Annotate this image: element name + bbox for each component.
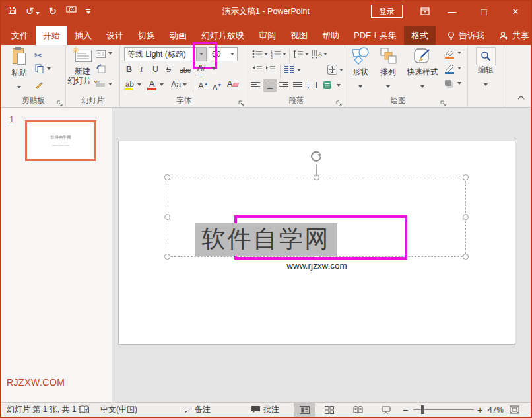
login-button[interactable]: 登录	[371, 5, 403, 18]
cut-icon[interactable]: ✂	[34, 50, 42, 61]
tab-view[interactable]: 视图	[283, 26, 315, 45]
change-case-button[interactable]: Aa	[171, 80, 181, 89]
tab-transitions[interactable]: 切换	[131, 26, 162, 45]
tab-format[interactable]: 格式	[404, 26, 436, 45]
clear-strike-button[interactable]: abc	[180, 65, 191, 75]
rotation-handle-icon[interactable]	[309, 149, 323, 164]
format-painter-icon[interactable]	[34, 80, 44, 90]
font-name-input[interactable]: 等线 Light (标题)	[124, 47, 197, 61]
zoom-out-button[interactable]: −	[403, 403, 408, 417]
start-slideshow-icon[interactable]	[66, 6, 77, 17]
ribbon-display-options-icon[interactable]	[414, 1, 436, 21]
layout-icon[interactable]	[96, 50, 106, 58]
shape-fill-dropdown[interactable]	[457, 52, 461, 54]
text-highlight-button[interactable]: ab	[125, 79, 134, 88]
zoom-slider-thumb[interactable]	[421, 405, 424, 414]
fit-slide-to-window-icon[interactable]	[510, 403, 519, 417]
numbering-dropdown[interactable]	[283, 53, 286, 55]
shape-effects-dropdown[interactable]	[457, 82, 461, 85]
handle-mid-left[interactable]	[164, 214, 170, 220]
clear-formatting-button[interactable]: A	[227, 79, 238, 88]
align-right-icon[interactable]	[279, 81, 289, 89]
character-spacing-dropdown[interactable]	[212, 67, 216, 70]
view-slide-sorter-button[interactable]	[319, 403, 340, 417]
view-normal-button[interactable]	[294, 403, 315, 417]
decrease-indent-icon[interactable]	[252, 65, 263, 73]
grow-font-button[interactable]: A▲	[198, 79, 209, 90]
numbering-icon[interactable]: 123	[271, 50, 281, 59]
tab-tell-me[interactable]: 告诉我	[440, 26, 492, 45]
maximize-button[interactable]: □	[473, 1, 495, 21]
clipboard-dialog-launcher[interactable]	[57, 98, 63, 104]
font-dialog-launcher[interactable]	[238, 98, 245, 104]
notes-button[interactable]: 备注	[195, 403, 211, 417]
tab-home[interactable]: 开始	[36, 26, 67, 45]
convert-smartart-dropdown[interactable]	[337, 84, 341, 87]
close-button[interactable]: ✕	[504, 1, 527, 21]
redo-icon[interactable]: ↻	[49, 5, 57, 17]
text-highlight-dropdown[interactable]	[137, 83, 141, 86]
tab-help[interactable]: 帮助	[315, 26, 347, 45]
distribute-text-icon[interactable]	[307, 81, 317, 89]
zoom-in-button[interactable]: +	[477, 403, 482, 417]
font-color-dropdown[interactable]	[160, 83, 164, 86]
convert-smartart-icon[interactable]	[322, 81, 333, 90]
editing-button[interactable]: 编辑	[472, 47, 500, 88]
undo-icon[interactable]: ↺	[26, 5, 40, 17]
columns-dropdown[interactable]	[297, 69, 301, 71]
text-direction-dropdown[interactable]	[323, 53, 327, 55]
reset-slide-icon[interactable]	[96, 64, 106, 73]
collapse-ribbon-icon[interactable]	[517, 95, 525, 100]
strikethrough-button[interactable]: S	[166, 65, 171, 74]
tab-animations[interactable]: 动画	[162, 26, 194, 45]
save-icon[interactable]	[8, 6, 17, 17]
slide-title-text[interactable]: 软件自学网	[1, 223, 531, 256]
shape-outline-dropdown[interactable]	[457, 67, 461, 69]
handle-mid-right[interactable]	[463, 214, 469, 220]
paste-button[interactable]: 粘贴	[5, 47, 33, 91]
align-center-icon[interactable]	[263, 79, 277, 92]
slide-thumbnail[interactable]: 软件自学网 www.rjzxw.com	[25, 120, 96, 161]
paragraph-dialog-launcher[interactable]	[336, 98, 343, 104]
view-slideshow-button[interactable]	[376, 403, 397, 417]
increase-indent-icon[interactable]	[265, 65, 276, 73]
shapes-button[interactable]: 形状	[348, 47, 373, 90]
align-text-icon[interactable]	[327, 65, 337, 75]
share-button[interactable]: 共享	[492, 26, 532, 45]
tab-design[interactable]: 设计	[99, 26, 131, 45]
tab-review[interactable]: 审阅	[251, 26, 283, 45]
section-dropdown[interactable]	[108, 83, 112, 85]
columns-icon[interactable]	[284, 65, 294, 73]
copy-dropdown[interactable]	[47, 67, 51, 70]
bullets-dropdown[interactable]	[264, 53, 268, 55]
new-slide-button[interactable]: ✳ 新建 幻灯片	[67, 47, 98, 85]
language-status[interactable]: 中文(中国)	[100, 403, 137, 417]
slide-subtitle-text[interactable]: www.rjzxw.com	[168, 261, 466, 271]
align-text-dropdown[interactable]	[339, 69, 343, 71]
customize-qat-icon[interactable]	[86, 9, 90, 14]
arrange-button[interactable]: 排列	[376, 47, 401, 90]
copy-icon[interactable]	[35, 64, 44, 73]
view-reading-button[interactable]	[347, 403, 368, 417]
shape-outline-icon[interactable]	[444, 63, 455, 74]
line-spacing-icon[interactable]	[293, 50, 304, 59]
font-color-button[interactable]: A	[149, 79, 154, 88]
layout-dropdown[interactable]	[108, 52, 112, 55]
justify-icon[interactable]	[293, 81, 303, 89]
bold-button[interactable]: B	[126, 65, 132, 74]
italic-button[interactable]: I	[140, 65, 143, 74]
tab-insert[interactable]: 插入	[67, 26, 99, 45]
tab-file[interactable]: 文件	[4, 26, 36, 45]
change-case-dropdown[interactable]	[183, 83, 187, 86]
underline-button[interactable]: U	[152, 65, 158, 74]
quick-styles-button[interactable]: 快速样式	[402, 47, 443, 90]
tab-pdf-tools[interactable]: PDF工具集	[347, 26, 404, 45]
minimize-button[interactable]: —	[441, 1, 463, 21]
zoom-level[interactable]: 47%	[488, 403, 504, 417]
shape-fill-icon[interactable]	[444, 48, 455, 59]
comments-button[interactable]: 批注	[263, 403, 279, 417]
spellcheck-icon[interactable]	[79, 403, 90, 417]
drawing-dialog-launcher[interactable]	[440, 98, 447, 104]
shape-effects-icon[interactable]	[444, 79, 455, 88]
character-spacing-button[interactable]: AV	[197, 63, 205, 75]
